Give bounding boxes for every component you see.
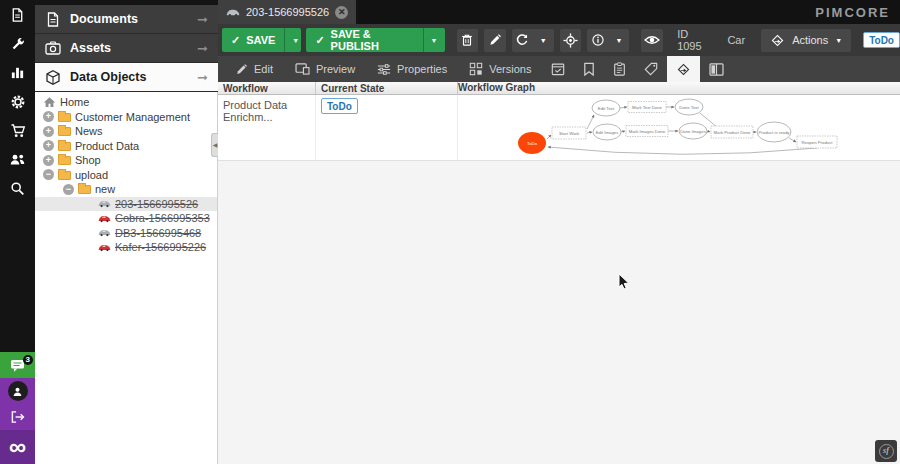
column-header-current-state[interactable]: Current State — [316, 82, 458, 94]
workflow-edge — [587, 132, 592, 133]
workflow-node-label: Reopen Product — [801, 140, 833, 145]
expand-plus-icon[interactable]: + — [43, 140, 54, 151]
camera-icon — [45, 41, 61, 55]
workflow-grid-header: Workflow Current State Workflow Graph — [218, 82, 900, 95]
ecommerce-cart-icon[interactable] — [0, 116, 35, 145]
tab-app-view[interactable] — [700, 56, 733, 82]
workflow-diamond-icon — [770, 33, 785, 48]
reload-button[interactable]: ▼ — [512, 29, 554, 52]
tree-item-new[interactable]: −new — [35, 182, 217, 197]
save-publish-button[interactable]: ✓SAVE & PUBLISH ▼ — [306, 28, 444, 52]
tab-object-203[interactable]: 203-1566995526 ✕ — [218, 0, 356, 24]
accordion-documents[interactable]: Documents ➞ — [35, 5, 218, 34]
debug-toolbar-badge[interactable]: sf — [875, 440, 897, 462]
refresh-icon — [515, 33, 529, 47]
workflow-graph-cell: ToDoStart WorkEdit TextMark Text DoneDon… — [458, 95, 900, 160]
info-dropdown-caret[interactable]: ▼ — [608, 29, 629, 52]
info-button[interactable]: ▼ — [587, 29, 629, 52]
accordion-assets[interactable]: Assets ➞ — [35, 34, 218, 63]
pencil-icon — [235, 63, 248, 76]
pimcore-infinity-logo[interactable]: ∞ — [0, 430, 35, 464]
avatar — [8, 381, 28, 401]
tab-reports[interactable] — [604, 56, 635, 82]
tree-item-label: Shop — [75, 154, 101, 166]
reload-dropdown-caret[interactable]: ▼ — [533, 29, 554, 52]
home-icon — [43, 96, 56, 108]
sliders-icon — [377, 63, 391, 76]
car-icon — [98, 243, 111, 252]
folder-icon — [78, 185, 91, 194]
folder-icon — [58, 142, 71, 151]
column-header-workflow-graph[interactable]: Workflow Graph — [458, 82, 900, 94]
workflow-actions-button[interactable]: Actions ▼ — [761, 29, 851, 52]
tab-schedule[interactable] — [542, 56, 574, 82]
tree-item-shop[interactable]: +Shop — [35, 153, 217, 168]
workflow-node-label: Edit Text — [598, 106, 615, 111]
accordion-data-objects[interactable]: Data Objects ➞ — [35, 63, 218, 92]
tree-item-kafer-1566995226[interactable]: Kafer-1566995226 — [35, 240, 217, 255]
tree-item-cobra-1566995353[interactable]: Cobra-1566995353 — [35, 211, 217, 226]
car-icon — [98, 214, 111, 223]
tree-item-product-data[interactable]: +Product Data — [35, 139, 217, 154]
workflow-node-label: ToDo — [527, 141, 538, 146]
reports-icon[interactable] — [0, 58, 35, 87]
folder-icon — [58, 156, 71, 165]
save-button[interactable]: ✓SAVE ▼ — [222, 28, 301, 52]
tree-item-label: new — [95, 183, 115, 195]
tools-icon[interactable] — [0, 29, 35, 58]
clipboard-icon — [613, 62, 626, 76]
tree-item-label: 203-1566995526 — [115, 198, 198, 210]
workflow-node-label: Product is ready — [758, 130, 790, 135]
chevron-down-icon: ▼ — [431, 37, 438, 44]
tab-workflow[interactable] — [667, 56, 700, 82]
locate-in-tree-button[interactable] — [560, 29, 582, 52]
object-id-label: ID 1095 — [677, 28, 713, 52]
save-publish-dropdown-caret[interactable]: ▼ — [423, 28, 445, 52]
tree-item-label: Cobra-1566995353 — [115, 212, 210, 224]
tab-notes[interactable] — [574, 56, 604, 82]
chevron-down-icon: ▼ — [835, 37, 842, 44]
tab-close-icon[interactable]: ✕ — [335, 6, 348, 19]
pimcore-admin-window: 3 ∞ Documents ➞ Assets ➞ — [0, 0, 900, 464]
car-icon — [98, 199, 111, 208]
tab-versions-label: Versions — [489, 63, 531, 75]
expand-plus-icon[interactable]: + — [43, 111, 54, 122]
workflow-node-label: Start Work — [559, 131, 580, 136]
documents-icon[interactable] — [0, 0, 35, 29]
save-dropdown-caret[interactable]: ▼ — [284, 28, 301, 52]
workflow-grid-row[interactable]: Product Data Enrichm... ToDo ToDoStart W… — [218, 95, 900, 161]
rail-bottom-stack: 3 ∞ — [0, 352, 35, 464]
tree-item-upload[interactable]: −upload — [35, 168, 217, 183]
tab-versions[interactable]: Versions — [458, 56, 542, 82]
tab-properties[interactable]: Properties — [366, 56, 458, 82]
expand-plus-icon[interactable]: + — [43, 126, 54, 137]
tab-tags[interactable] — [635, 56, 667, 82]
tree-item-db3-1566995468[interactable]: DB3-1566995468 — [35, 226, 217, 241]
logout-icon[interactable] — [0, 404, 35, 430]
panel-collapse-handle[interactable]: ◀ — [211, 133, 218, 157]
notifications-chat-icon[interactable]: 3 — [0, 352, 35, 378]
customers-users-icon[interactable] — [0, 145, 35, 174]
expand-plus-icon[interactable]: + — [43, 155, 54, 166]
user-avatar-icon[interactable] — [0, 378, 35, 404]
collapse-minus-icon[interactable]: − — [63, 184, 74, 195]
search-icon[interactable] — [0, 174, 35, 203]
delete-button[interactable] — [457, 29, 479, 52]
arrow-right-icon: ➞ — [197, 12, 208, 27]
settings-gear-icon[interactable] — [0, 87, 35, 116]
tree-item-customer-management[interactable]: +Customer Management — [35, 110, 217, 125]
navigation-panel: Documents ➞ Assets ➞ Data Objects ➞ Home… — [35, 0, 218, 464]
tab-edit[interactable]: Edit — [224, 56, 284, 82]
object-tree: Home+Customer Management+News+Product Da… — [35, 92, 218, 464]
tree-item-home[interactable]: Home — [35, 95, 217, 110]
collapse-minus-icon[interactable]: − — [43, 169, 54, 180]
tree-item-news[interactable]: +News — [35, 124, 217, 139]
current-state-badge: ToDo — [321, 98, 358, 114]
tab-preview[interactable]: Preview — [284, 56, 366, 82]
column-header-workflow[interactable]: Workflow — [218, 82, 316, 94]
open-preview-button[interactable] — [641, 29, 663, 52]
tree-item-203-1566995526[interactable]: 203-1566995526 — [35, 197, 217, 212]
check-icon: ✓ — [315, 34, 324, 47]
pimcore-brand-logo: PIMCORE — [815, 5, 890, 20]
rename-button[interactable] — [484, 29, 506, 52]
